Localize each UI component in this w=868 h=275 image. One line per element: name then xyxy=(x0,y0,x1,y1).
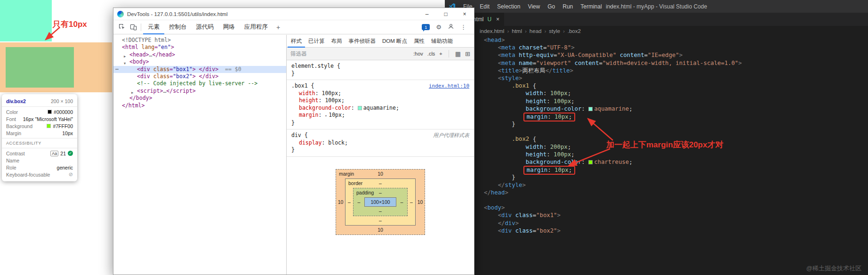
styles-filter-input[interactable] xyxy=(290,49,356,58)
devtools-panel-tabs: 元素控制台源代码网络应用程序 xyxy=(143,20,273,34)
vscode-menubar: FileEditSelectionViewGoRunTerminal⋯ xyxy=(459,3,619,10)
box-model-padding-layer[interactable]: padding– – 100×100 – – xyxy=(353,188,408,216)
code-line xyxy=(484,196,868,204)
devtools-panel-tab[interactable]: 元素 xyxy=(143,20,164,34)
dom-tree-node[interactable]: <!-- Code injected by live-server --> xyxy=(113,80,286,87)
devtools-window-title: DevTools - 127.0.0.1:5501/utils/index.ht… xyxy=(127,11,228,17)
css-property[interactable]: margin: ▸10px; xyxy=(287,112,474,120)
devtools-panel-tab[interactable]: 控制台 xyxy=(164,20,192,34)
styles-sidebar-tab[interactable]: 属性 xyxy=(410,35,428,48)
menu-item[interactable]: Terminal xyxy=(577,3,605,10)
css-property[interactable]: background-color: aquamarine; xyxy=(287,105,474,112)
preview-box1 xyxy=(0,0,52,41)
breadcrumb-separator-icon: › xyxy=(542,28,548,34)
devtools-panel-tab[interactable]: 源代码 xyxy=(192,20,219,34)
color-swatch-icon[interactable] xyxy=(358,106,362,110)
styles-sidebar-tab[interactable]: 事件侦听器 xyxy=(346,35,379,48)
vscode-window: FileEditSelectionViewGoRunTerminal⋯ inde… xyxy=(445,0,868,275)
breadcrumb-item[interactable]: .box2 xyxy=(567,28,582,34)
styles-sidebar-tab[interactable]: 辅助功能 xyxy=(428,35,456,48)
box-model-margin-layer[interactable]: margin10 10 border– – padding– xyxy=(336,169,425,235)
style-rule-source-link[interactable]: index.html:10 xyxy=(429,82,469,90)
dom-tree-node[interactable]: </body> xyxy=(113,95,286,102)
tooltip-dimensions: 200 × 100 xyxy=(51,98,73,104)
box-model-content[interactable]: 100×100 xyxy=(364,197,396,207)
dom-tree-node[interactable]: ▶<script>…</script> xyxy=(113,88,286,95)
code-line: margin: 10px; xyxy=(484,166,868,173)
inspect-element-icon[interactable] xyxy=(116,22,128,32)
class-toggle-button[interactable]: .cls xyxy=(427,51,435,57)
dom-tree-node[interactable]: <!DOCTYPE html> xyxy=(113,37,286,44)
css-property[interactable]: display: block; xyxy=(287,139,474,147)
menu-item[interactable]: Edit xyxy=(476,3,493,10)
settings-gear-icon[interactable]: ⚙ xyxy=(436,24,442,31)
rendering-emulation-icon[interactable]: ▦ xyxy=(455,50,461,57)
device-toolbar-icon[interactable] xyxy=(128,22,139,32)
dom-tree-node[interactable]: <html lang="en"> xyxy=(113,44,286,51)
feedback-icon[interactable] xyxy=(448,23,454,32)
breadcrumb-separator-icon: › xyxy=(561,28,567,34)
tooltip-color-row: Color #000000 xyxy=(6,108,73,115)
more-tabs-button[interactable]: + xyxy=(273,24,284,31)
styles-sidebar-tabs: 样式已计算布局事件侦听器DOM 断点属性辅助功能 xyxy=(287,35,474,48)
breadcrumb-item[interactable]: style xyxy=(548,28,561,34)
browser-page-preview: 只有10px div.box2 200 × 100 Color #000000 … xyxy=(0,0,115,275)
css-property[interactable]: height: 100px; xyxy=(287,97,474,105)
dom-tree-node[interactable]: ⋯<div class="box1"> </div> == $0 xyxy=(113,66,286,73)
preview-box2 xyxy=(6,47,74,88)
maximize-button[interactable]: □ xyxy=(436,8,455,20)
menu-item[interactable]: Selection xyxy=(493,3,524,10)
breadcrumb-separator-icon: › xyxy=(505,28,511,34)
box-model-border-layer[interactable]: border– – padding– – 100×100 – xyxy=(345,178,416,226)
style-rule-origin: 用户代理样式表 xyxy=(433,132,469,139)
devtools-titlebar[interactable]: DevTools - 127.0.0.1:5501/utils/index.ht… xyxy=(113,8,474,20)
watermark: @稀土掘金技术社区 xyxy=(806,264,861,273)
style-rule[interactable]: index.html:10.box1 {width: 100px;height:… xyxy=(287,80,474,129)
minimize-button[interactable]: – xyxy=(418,8,436,20)
dom-tree-node[interactable]: ▼<body> xyxy=(113,58,286,65)
breadcrumb-item[interactable]: index.html xyxy=(479,28,505,34)
vscode-titlebar[interactable]: FileEditSelectionViewGoRunTerminal⋯ inde… xyxy=(445,0,868,13)
new-style-rule-button[interactable]: + xyxy=(439,51,442,57)
contrast-aa-badge: Aa xyxy=(50,151,58,156)
code-line: </style> xyxy=(484,181,868,189)
menu-item[interactable]: ⋯ xyxy=(606,3,619,10)
css-property[interactable]: width: 100px; xyxy=(287,90,474,97)
preview-margin-overlay xyxy=(0,42,112,92)
styles-sidebar-tab[interactable]: 布局 xyxy=(328,35,346,48)
dom-tree-node[interactable]: <div class="box2"> </div> xyxy=(113,73,286,80)
inspect-tooltip: div.box2 200 × 100 Color #000000 Font 16… xyxy=(2,94,77,181)
keyboard-focusable-row: Keyboard-focusable ⊘ xyxy=(6,171,73,178)
code-line: <style> xyxy=(484,74,868,82)
breadcrumb[interactable]: index.html›html›head›style›.box2 xyxy=(445,26,868,36)
styles-sidebar-tab[interactable]: 已计算 xyxy=(305,35,328,48)
code-line: </div> xyxy=(484,219,868,227)
breadcrumb-item[interactable]: head xyxy=(529,28,543,34)
close-button[interactable]: × xyxy=(455,8,474,20)
code-line: <head> xyxy=(484,36,868,44)
red-highlight-box: margin: 10px; xyxy=(523,113,575,121)
style-rule[interactable]: element.style {} xyxy=(287,60,474,80)
code-editor[interactable]: <head> <meta charset="UTF-8"> <meta http… xyxy=(445,36,868,275)
computed-sidebar-icon[interactable]: ⊞ xyxy=(465,50,470,57)
style-rule[interactable]: 用户代理样式表div {display: block;} xyxy=(287,129,474,157)
devtools-panel-tab[interactable]: 网络 xyxy=(218,20,240,34)
menu-item[interactable]: Go xyxy=(544,3,559,10)
tab-close-icon[interactable]: × xyxy=(496,16,499,23)
code-line: <meta http-equiv="X-UA-Compatible" conte… xyxy=(484,51,868,59)
hover-state-button[interactable]: :hov xyxy=(413,51,423,57)
dom-tree-node[interactable]: </html> xyxy=(113,102,286,109)
dom-tree-node[interactable]: ▶<head>…</head> xyxy=(113,51,286,58)
menu-item[interactable]: View xyxy=(524,3,544,10)
styles-sidebar-tab[interactable]: DOM 断点 xyxy=(379,35,410,48)
issues-counter[interactable]: 1 xyxy=(422,24,430,30)
kebab-menu-icon[interactable]: ⋮ xyxy=(460,24,466,31)
styles-sidebar-tab[interactable]: 样式 xyxy=(288,35,305,48)
code-line: <meta name="viewport" content="width=dev… xyxy=(484,59,868,67)
devtools-window: DevTools - 127.0.0.1:5501/utils/index.ht… xyxy=(113,8,474,275)
menu-item[interactable]: Run xyxy=(559,3,577,10)
devtools-panel-tab[interactable]: 应用程序 xyxy=(240,20,273,34)
box-model-diagram[interactable]: margin10 10 border– – padding– xyxy=(336,169,425,235)
breadcrumb-item[interactable]: html xyxy=(511,28,523,34)
code-line: margin: 10px; xyxy=(484,113,868,120)
